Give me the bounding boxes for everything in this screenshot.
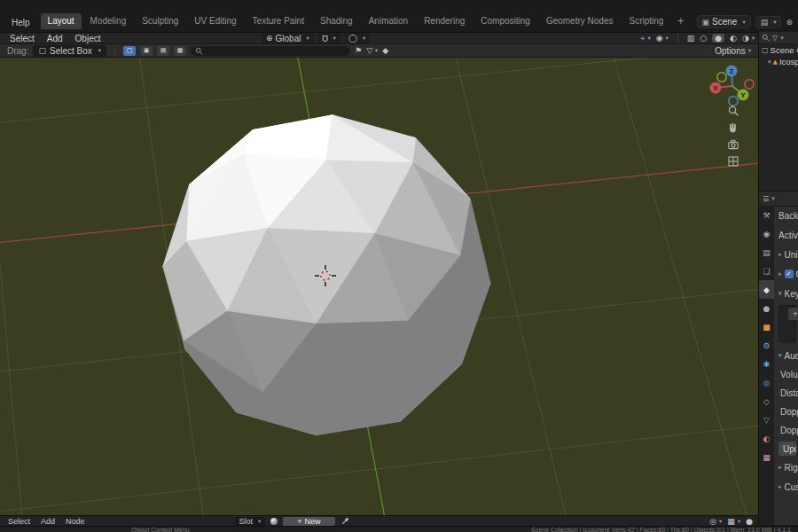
menu-object[interactable]: Object — [69, 34, 107, 43]
viewport-scene[interactable] — [0, 58, 758, 515]
material-preview-icon[interactable] — [270, 518, 278, 525]
properties-tab-object[interactable]: ■ — [759, 317, 774, 336]
xray-toggle-icon[interactable]: ▥ — [687, 34, 695, 43]
properties-tab-particles[interactable]: ✱ — [759, 355, 774, 373]
magnet-icon: Ω — [322, 34, 328, 43]
workspace-tab-shading[interactable]: Shading — [313, 13, 360, 29]
properties-tab-object-data[interactable]: ▽ — [759, 411, 774, 429]
menu-add[interactable]: Add — [41, 34, 69, 43]
shading-material-icon[interactable]: ◐ — [730, 34, 737, 43]
properties-tab-texture[interactable]: ▦ — [759, 448, 774, 466]
select-mode-intersect-button[interactable]: ▦ — [174, 46, 186, 56]
toggle-icon[interactable]: ● — [746, 517, 753, 526]
filter-funnel-icon[interactable]: ▽ — [772, 34, 778, 42]
zoom-tool-icon[interactable] — [727, 105, 739, 117]
orientation-label: Global — [276, 34, 301, 43]
gravity-checkbox[interactable]: ✓ — [785, 270, 794, 278]
workspace-tabs: LayoutModelingSculptingUV EditingTexture… — [40, 13, 672, 29]
workspace-tab-layout[interactable]: Layout — [41, 13, 82, 29]
overlays-toggle-icon[interactable]: ◉ — [656, 34, 669, 43]
search-icon[interactable] — [762, 34, 770, 42]
flag-icon[interactable]: ⚑ — [355, 46, 362, 55]
menu-select[interactable]: Select — [4, 34, 41, 43]
workspace-tab-sculpting[interactable]: Sculpting — [135, 13, 185, 29]
prop-panel-rigid-body-world[interactable]: ▸ Rigid Body World — [774, 458, 798, 477]
properties-tab-material[interactable]: ◐ — [759, 429, 774, 448]
shading-solid-icon[interactable]: ● — [712, 34, 724, 43]
prop-panel-custom-properties[interactable]: ▸ Custom Properties — [774, 477, 798, 497]
properties-tab-tool[interactable]: ⚒ — [759, 206, 774, 224]
add-workspace-button[interactable]: + — [671, 13, 689, 29]
properties-tab-physics[interactable]: ◎ — [759, 373, 774, 392]
snap-selector[interactable]: Ω — [317, 33, 340, 43]
slot-selector[interactable]: Slot — [235, 517, 266, 526]
new-button-label: New — [305, 517, 321, 526]
chevron-down-icon[interactable]: ▾ — [780, 35, 784, 42]
workspace-tab-scripting[interactable]: Scripting — [622, 13, 670, 29]
proportional-editing-selector[interactable]: ◯ — [344, 33, 370, 43]
display-mode-icon[interactable]: ▦ — [727, 517, 740, 526]
active-tool-selector[interactable]: ▢ Select Box — [33, 45, 106, 57]
view-layer-icon: ▤ — [761, 18, 769, 27]
add-keying-set-button[interactable]: + — [788, 308, 798, 320]
workspace-tab-uv-editing[interactable]: UV Editing — [187, 13, 243, 29]
workspace-tab-texture-paint[interactable]: Texture Paint — [246, 13, 311, 29]
select-mode-new-button[interactable]: ▢ — [123, 46, 136, 56]
transform-orientation-selector[interactable]: ⊕ Global — [262, 33, 314, 43]
shading-rendered-icon[interactable]: ◑ — [742, 34, 755, 43]
menu-select[interactable]: Select — [5, 517, 33, 526]
properties-tab-modifiers[interactable]: ⚙ — [759, 336, 774, 355]
prop-row-volume[interactable]: Volume — [774, 365, 798, 384]
menu-help[interactable]: Help — [5, 16, 36, 29]
prop-row-doppler-factor[interactable]: Doppler Factor — [774, 421, 798, 440]
prop-row-distance-model[interactable]: Distance Model — [774, 384, 798, 403]
gizmo-toggle-icon[interactable]: ⌖ — [640, 34, 650, 43]
outliner-item-scene-collection[interactable]: ▢ Scene Collection — [759, 44, 798, 56]
select-mode-extend-button[interactable]: ▣ — [140, 46, 153, 56]
proportional-circle-icon: ◯ — [348, 34, 357, 43]
workspace-tab-compositing[interactable]: Compositing — [473, 13, 537, 29]
search-input[interactable] — [191, 46, 350, 56]
prop-row-doppler-speed[interactable]: Doppler Speed — [774, 403, 798, 421]
properties-tab-render[interactable]: ◉ — [759, 224, 774, 243]
shield-icon[interactable]: ◆ — [382, 46, 388, 55]
workspace-tab-rendering[interactable]: Rendering — [417, 13, 472, 29]
disclosure-icon[interactable]: ▾ — [768, 59, 771, 66]
menu-node[interactable]: Node — [63, 517, 88, 526]
keying-sets-list[interactable]: + — [778, 305, 796, 342]
shading-wireframe-icon[interactable]: ○ — [700, 34, 707, 43]
prop-panel-units[interactable]: ▸ Units — [774, 245, 798, 264]
update-animation-cache-button[interactable]: Update Animation Cache — [778, 442, 796, 456]
prop-panel-keying-sets[interactable]: ▾ Keying Sets — [774, 284, 798, 303]
prop-row-background-scene[interactable]: Background Scene — [774, 206, 798, 225]
pin-icon[interactable] — [340, 516, 350, 526]
workspace-tab-modeling[interactable]: Modeling — [83, 13, 134, 29]
prop-row-active-clip[interactable]: Active Clip — [774, 225, 798, 245]
filter-funnel-icon[interactable]: ▽ — [366, 46, 378, 55]
options-button[interactable]: Options — [715, 46, 751, 56]
new-material-button[interactable]: New — [283, 517, 334, 526]
navigation-gizmo[interactable]: XYZ — [708, 61, 757, 111]
prop-panel-audio[interactable]: ▾ Audio — [774, 346, 798, 365]
ortho-grid-icon[interactable] — [727, 155, 739, 168]
preview-sphere-icon[interactable]: ◎ — [709, 517, 722, 526]
view-layer-selector[interactable]: ▤ — [755, 16, 782, 28]
prop-panel-gravity[interactable]: ▸ ✓ Gravity — [774, 264, 798, 284]
viewport-3d[interactable]: XYZ — [0, 58, 758, 515]
properties-tab-world[interactable]: ● — [759, 299, 774, 317]
properties-editor-icon[interactable]: ☰ — [763, 195, 769, 203]
properties-tab-scene[interactable]: ◆ — [759, 280, 774, 299]
properties-tab-view-layer[interactable]: ❏ — [759, 262, 774, 280]
scene-selector[interactable]: ▣ Scene — [697, 15, 751, 28]
select-mode-subtract-button[interactable]: ▤ — [157, 46, 169, 56]
menu-add[interactable]: Add — [38, 517, 58, 526]
pan-hand-icon[interactable] — [727, 121, 739, 134]
camera-view-icon[interactable] — [727, 138, 739, 151]
workspace-tab-animation[interactable]: Animation — [362, 13, 415, 29]
filter-icon[interactable]: ⊗ — [786, 18, 793, 27]
outliner-item-icosphere[interactable]: ▾ ▲ Icosphere — [759, 56, 798, 67]
properties-tab-output[interactable]: ▤ — [759, 243, 774, 262]
workspace-tab-geometry-nodes[interactable]: Geometry Nodes — [539, 13, 621, 29]
properties-tab-constraints[interactable]: ◇ — [759, 392, 774, 411]
prop-label: Doppler Speed — [780, 407, 798, 417]
